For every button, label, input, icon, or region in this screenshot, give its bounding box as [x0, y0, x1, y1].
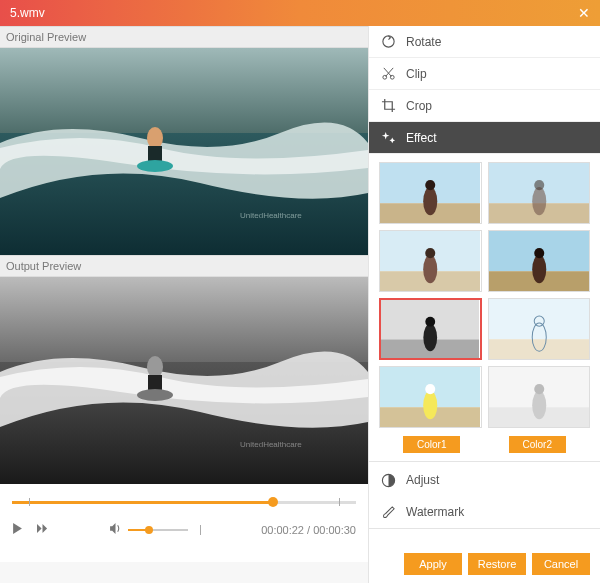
- svg-point-30: [532, 255, 546, 283]
- window-title: 5.wmv: [10, 6, 45, 20]
- svg-point-10: [137, 389, 173, 401]
- svg-point-4: [137, 160, 173, 172]
- svg-point-31: [534, 248, 544, 258]
- restore-button[interactable]: Restore: [468, 553, 526, 575]
- svg-rect-37: [489, 339, 589, 360]
- volume-icon[interactable]: [109, 522, 122, 538]
- svg-point-27: [425, 248, 435, 258]
- svg-point-35: [425, 317, 435, 327]
- tool-crop[interactable]: Crop: [369, 90, 600, 122]
- original-preview: UnitedHealthcare: [0, 48, 368, 255]
- svg-rect-9: [148, 375, 162, 391]
- svg-point-46: [532, 391, 546, 419]
- effect-thumb[interactable]: [488, 162, 591, 224]
- svg-point-17: [423, 187, 437, 215]
- close-icon[interactable]: ✕: [578, 5, 590, 21]
- footer-buttons: Apply Restore Cancel: [369, 545, 600, 583]
- effect-thumb[interactable]: [488, 230, 591, 292]
- apply-button[interactable]: Apply: [404, 553, 462, 575]
- svg-text:UnitedHealthcare: UnitedHealthcare: [240, 211, 302, 220]
- svg-point-18: [425, 180, 435, 190]
- svg-rect-0: [0, 48, 368, 133]
- tool-adjust[interactable]: Adjust: [369, 464, 600, 496]
- svg-rect-6: [0, 277, 368, 362]
- playback-controls: 00:00:22 / 00:00:30: [0, 484, 368, 562]
- scissors-icon: [381, 66, 396, 81]
- effect-thumb[interactable]: [379, 230, 482, 292]
- tool-effect[interactable]: Effect: [369, 122, 600, 154]
- effect-grid: [369, 154, 600, 432]
- svg-point-2: [147, 127, 163, 149]
- effect-thumb[interactable]: [379, 162, 482, 224]
- svg-point-43: [425, 384, 435, 394]
- svg-point-12: [383, 36, 394, 47]
- svg-point-34: [423, 324, 437, 352]
- tool-rotate[interactable]: Rotate: [369, 26, 600, 58]
- effect-thumb[interactable]: [488, 366, 591, 428]
- effect-thumb-selected[interactable]: [379, 298, 482, 360]
- adjust-icon: [381, 473, 396, 488]
- effect-thumb[interactable]: [379, 366, 482, 428]
- brush-icon: [381, 505, 396, 520]
- svg-rect-3: [148, 146, 162, 162]
- svg-point-8: [147, 356, 163, 378]
- volume-slider[interactable]: [128, 529, 188, 531]
- tool-clip[interactable]: Clip: [369, 58, 600, 90]
- svg-rect-36: [489, 299, 589, 339]
- fast-forward-icon[interactable]: [37, 523, 48, 537]
- sparkle-icon: [381, 130, 396, 145]
- color1-button[interactable]: Color1: [403, 436, 460, 453]
- time-display: 00:00:22 / 00:00:30: [261, 524, 356, 536]
- effect-thumb[interactable]: [488, 298, 591, 360]
- original-preview-label: Original Preview: [0, 26, 368, 48]
- crop-icon: [381, 98, 396, 113]
- svg-point-47: [534, 384, 544, 394]
- output-preview-label: Output Preview: [0, 255, 368, 277]
- rotate-icon: [381, 34, 396, 49]
- scrub-bar[interactable]: [12, 492, 356, 512]
- play-icon[interactable]: [12, 523, 23, 537]
- title-bar: 5.wmv ✕: [0, 0, 600, 26]
- svg-point-42: [423, 391, 437, 419]
- svg-point-26: [423, 255, 437, 283]
- tool-watermark[interactable]: Watermark: [369, 496, 600, 528]
- output-preview: UnitedHealthcare: [0, 277, 368, 484]
- svg-rect-23: [489, 163, 589, 224]
- cancel-button[interactable]: Cancel: [532, 553, 590, 575]
- color2-button[interactable]: Color2: [509, 436, 566, 453]
- svg-text:UnitedHealthcare: UnitedHealthcare: [240, 440, 302, 449]
